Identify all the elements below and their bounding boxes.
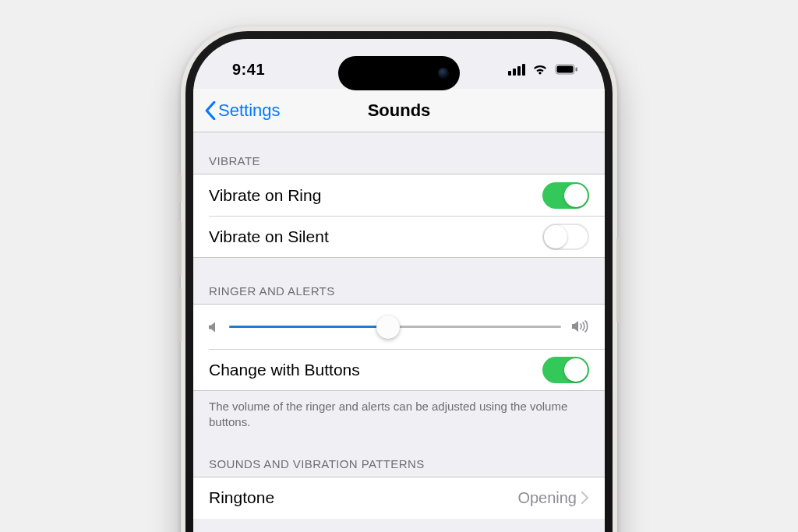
row-label: Ringtone [209, 488, 517, 507]
speaker-max-icon [572, 318, 589, 336]
navbar: Settings Sounds [193, 89, 605, 132]
camera-lens-icon [438, 68, 449, 79]
svg-rect-1 [557, 66, 574, 73]
toggle-vibrate-on-silent[interactable] [542, 224, 589, 250]
section-header-patterns: SOUNDS AND VIBRATION PATTERNS [193, 435, 605, 477]
wifi-icon [531, 63, 549, 76]
section-footer-ringer: The volume of the ringer and alerts can … [193, 391, 605, 435]
hw-side-button [616, 237, 620, 322]
row-label: Vibrate on Ring [209, 186, 542, 205]
row-label: Vibrate on Silent [209, 227, 542, 246]
chevron-right-icon [581, 491, 589, 504]
row-change-with-buttons[interactable]: Change with Buttons [193, 349, 605, 391]
hw-mute-switch [178, 174, 182, 203]
volume-slider[interactable] [229, 326, 561, 328]
back-button[interactable]: Settings [204, 100, 281, 121]
section-header-ringer: RINGER AND ALERTS [193, 258, 605, 304]
status-time: 9:41 [232, 61, 265, 79]
screen: 9:41 [193, 39, 605, 532]
dynamic-island [338, 56, 460, 90]
phone-frame: 9:41 [181, 26, 617, 532]
battery-icon [555, 64, 578, 75]
back-label: Settings [218, 100, 281, 121]
toggle-vibrate-on-ring[interactable] [542, 182, 589, 209]
chevron-left-icon [204, 101, 217, 120]
toggle-change-with-buttons[interactable] [542, 357, 589, 383]
row-vibrate-on-ring[interactable]: Vibrate on Ring [193, 174, 605, 216]
row-vibrate-on-silent[interactable]: Vibrate on Silent [193, 216, 605, 258]
row-label: Change with Buttons [209, 361, 542, 379]
hw-volume-down [178, 287, 182, 342]
row-value: Opening [517, 489, 577, 507]
section-header-vibrate: VIBRATE [193, 132, 605, 174]
row-ringtone[interactable]: Ringtone Opening [193, 477, 605, 519]
speaker-min-icon [209, 318, 218, 336]
slider-thumb[interactable] [376, 315, 400, 339]
cellular-icon [508, 64, 525, 76]
row-ringer-volume[interactable] [193, 304, 605, 349]
hw-volume-up [178, 221, 182, 276]
svg-rect-2 [576, 68, 577, 72]
